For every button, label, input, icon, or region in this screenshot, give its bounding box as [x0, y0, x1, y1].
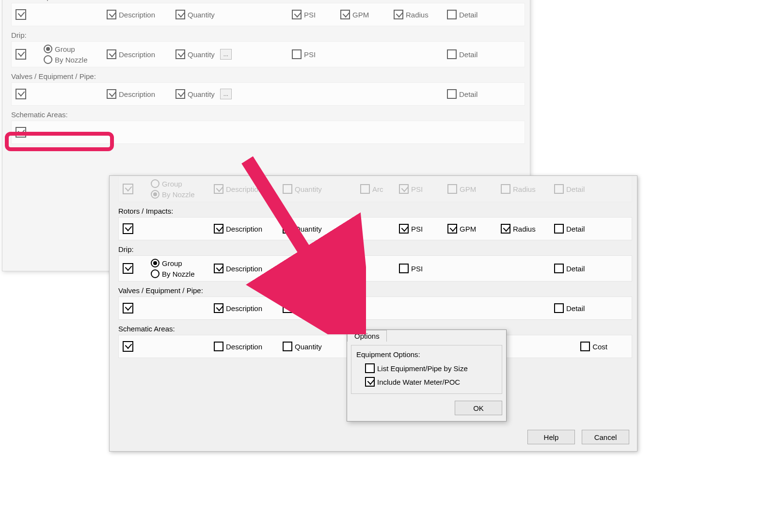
- quantity-options-button[interactable]: ...: [327, 263, 339, 274]
- options-tab[interactable]: Options: [347, 330, 387, 342]
- radio-group[interactable]: [151, 259, 159, 267]
- checkbox-valves-enable[interactable]: [123, 303, 133, 313]
- checkbox-schematic-enable[interactable]: [16, 127, 26, 138]
- help-button[interactable]: Help: [527, 430, 575, 444]
- section-title-valves: Valves / Equipment / Pipe:: [11, 69, 525, 82]
- section-title-drip: Drip:: [118, 242, 632, 255]
- checkbox-drip-enable[interactable]: [123, 263, 133, 274]
- checkbox-description[interactable]: [107, 89, 116, 99]
- checkbox-schematic-enable[interactable]: [123, 341, 133, 352]
- checkbox-detail[interactable]: [447, 10, 457, 19]
- checkbox-gpm[interactable]: [340, 10, 350, 19]
- checkbox-psi[interactable]: [292, 49, 302, 59]
- checkbox-detail[interactable]: [554, 303, 564, 313]
- checkbox-detail[interactable]: [554, 224, 564, 234]
- equipment-options-title: Equipment Options:: [356, 350, 497, 359]
- checkbox-radius[interactable]: [394, 10, 403, 19]
- checkbox-quantity[interactable]: [283, 264, 292, 273]
- checkbox-section[interactable]: [123, 184, 133, 194]
- checkbox-quantity[interactable]: [283, 303, 292, 313]
- checkbox-cost[interactable]: [580, 342, 590, 351]
- radio-by-nozzle[interactable]: [151, 269, 159, 278]
- checkbox-radius[interactable]: [501, 224, 510, 234]
- section-title-valves: Valves / Equipment / Pipe:: [118, 283, 632, 297]
- checkbox-rotors-enable[interactable]: [123, 223, 133, 234]
- checkbox-quantity[interactable]: [175, 10, 185, 19]
- checkbox-quantity[interactable]: [175, 89, 185, 99]
- checkbox-description[interactable]: [214, 342, 223, 351]
- checkbox-quantity[interactable]: [283, 342, 292, 351]
- checkbox-description[interactable]: [214, 184, 223, 194]
- checkbox-radius[interactable]: [501, 184, 510, 194]
- checkbox-description[interactable]: [214, 224, 223, 234]
- radio-by-nozzle[interactable]: [44, 55, 52, 64]
- section-title-schematic: Schematic Areas:: [11, 108, 525, 121]
- checkbox-description[interactable]: [107, 10, 116, 19]
- checkbox-detail[interactable]: [554, 184, 564, 194]
- options-popup: Options Equipment Options: List Equipmen…: [347, 329, 507, 422]
- checkbox-valves-enable[interactable]: [16, 89, 26, 99]
- quantity-options-button[interactable]: ...: [220, 49, 232, 60]
- checkbox-gpm[interactable]: [447, 184, 457, 194]
- checkbox-quantity[interactable]: [283, 184, 292, 194]
- checkbox-quantity[interactable]: [175, 49, 185, 59]
- section-title-rotors: Rotors / Impacts:: [118, 204, 632, 217]
- checkbox-detail[interactable]: [554, 264, 564, 273]
- checkbox-include-water-meter[interactable]: [365, 377, 375, 387]
- checkbox-description[interactable]: [107, 49, 116, 59]
- cancel-button[interactable]: Cancel: [582, 430, 629, 444]
- ok-button[interactable]: OK: [455, 401, 502, 415]
- checkbox-psi[interactable]: [399, 224, 409, 234]
- checkbox-gpm[interactable]: [447, 224, 457, 234]
- checkbox-detail[interactable]: [447, 89, 457, 99]
- quantity-options-button[interactable]: ...: [220, 89, 232, 99]
- checkbox-description[interactable]: [214, 303, 223, 313]
- checkbox-drip-enable[interactable]: [16, 49, 26, 60]
- checkbox-psi[interactable]: [399, 264, 409, 273]
- checkbox-psi[interactable]: [292, 10, 302, 19]
- checkbox-rotors-enable[interactable]: [16, 9, 26, 20]
- checkbox-arc[interactable]: [360, 184, 370, 194]
- radio-group[interactable]: [44, 45, 52, 53]
- checkbox-description[interactable]: [214, 264, 223, 273]
- radio-by-nozzle[interactable]: [151, 190, 159, 199]
- radio-group[interactable]: [151, 179, 159, 188]
- section-title-drip: Drip:: [11, 28, 525, 41]
- checkbox-list-by-size[interactable]: [365, 363, 375, 373]
- checkbox-psi[interactable]: [399, 184, 409, 194]
- checkbox-detail[interactable]: [447, 49, 457, 59]
- checkbox-quantity[interactable]: [283, 224, 292, 234]
